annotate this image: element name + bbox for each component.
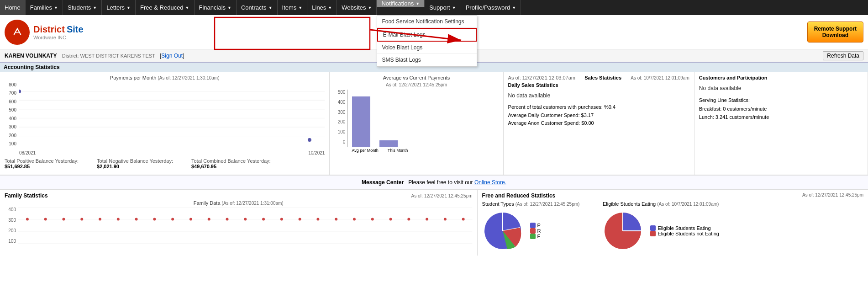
svg-point-39 (444, 218, 447, 220)
nav-support[interactable]: Support▼ (425, 0, 461, 15)
logo-area: District Site Wordware INC. (5, 20, 84, 45)
legend-eligible-not-eating-color (650, 231, 656, 236)
sign-out-link[interactable]: Sign Out (161, 53, 183, 59)
nav-financials[interactable]: Financials▼ (195, 0, 237, 15)
eligible-pie-svg (602, 210, 643, 251)
eligible-title: Eligible Students Eating (As of: 10/7/20… (602, 201, 719, 207)
online-store-link[interactable]: Online Store. (474, 179, 506, 186)
avg-bar (352, 96, 370, 147)
svg-point-27 (226, 218, 228, 220)
nav-contracts[interactable]: Contracts▼ (237, 0, 278, 15)
payments-chart-title: Payments per Month (As of: 12/27/2021 1:… (5, 75, 325, 80)
svg-point-10 (19, 90, 21, 93)
main-content: Accounting Statistics Payments per Month… (0, 62, 868, 256)
legend-eligible-eating: Eligible Students Eating (650, 225, 719, 231)
logo-district: District (33, 24, 65, 35)
payments-chart-panel: Payments per Month (As of: 12/27/2021 1:… (0, 72, 330, 175)
svg-point-37 (407, 218, 410, 220)
family-chart: 400 300 200 100 (5, 207, 473, 253)
legend-eligible-not-eating: Eligible Students not Eating (650, 231, 719, 236)
negative-balance: Total Negative Balance Yesterday: $2,021… (97, 158, 173, 169)
svg-point-23 (153, 218, 156, 220)
eligible-students-section: Eligible Students Eating (As of: 10/7/20… (602, 201, 719, 251)
payments-line-svg (19, 82, 325, 146)
lines-arrow: ▼ (328, 5, 332, 10)
svg-point-40 (462, 218, 465, 220)
legend-r-color (530, 228, 536, 234)
avg-bars (347, 90, 498, 147)
breakfast-stat: Breakfast: 0 customers/minute (699, 105, 863, 113)
legend-eligible-eating-label: Eligible Students Eating (658, 225, 710, 231)
nav-home[interactable]: Home (0, 0, 26, 15)
avg-chart-subtitle: As of: 12/27/2021 12:45:25pm (334, 82, 498, 87)
websites-arrow: ▼ (368, 5, 372, 10)
svg-point-11 (308, 138, 311, 142)
nav-notifications[interactable]: Notifications ▼ (377, 0, 425, 7)
legend-p: P (530, 223, 541, 228)
legend-p-color (530, 223, 536, 228)
student-types-pie-container: P R F (482, 210, 580, 251)
message-center-title: Message Center (362, 179, 404, 186)
student-types-section: Student Types (As of: 12/27/2021 12:45:2… (482, 201, 580, 251)
eligible-legend: Eligible Students Eating Eligible Studen… (650, 225, 719, 236)
combined-balance: Total Combined Balance Yesterday: $49,67… (191, 158, 271, 169)
free-reduced-panel: Free and Reduced Statistics As of: 12/27… (478, 190, 868, 256)
nav-websites[interactable]: Websites▼ (337, 0, 377, 15)
svg-point-36 (389, 218, 392, 220)
students-arrow: ▼ (93, 5, 97, 10)
sales-no-data: No data available (508, 92, 689, 99)
legend-f-color (530, 234, 536, 239)
eligible-pie-container: Eligible Students Eating Eligible Studen… (602, 210, 719, 251)
nav-lines[interactable]: Lines▼ (307, 0, 337, 15)
positive-balance: Total Positive Balance Yesterday: $51,69… (5, 158, 79, 169)
sales-title: Sales Statistics (584, 75, 621, 80)
svg-point-26 (208, 218, 210, 220)
payments-x-labels: 08/2021 10/2021 (19, 150, 325, 155)
sales-panel: As of: 12/27/2021 12:03:07am Sales Stati… (504, 72, 694, 175)
svg-point-32 (316, 218, 319, 220)
logo-icon (5, 20, 30, 45)
family-chart-inner (18, 207, 473, 244)
legend-eligible-not-eating-label: Eligible Students not Eating (658, 231, 719, 236)
remote-support-button[interactable]: Remote Support Download (807, 21, 863, 43)
svg-point-34 (353, 218, 356, 220)
nav-free-reduced[interactable]: Free & Reduced▼ (136, 0, 195, 15)
menu-food-service-notification-settings[interactable]: Food Service Notification Settings (377, 16, 477, 28)
avg-chart-container: 500 400 300 200 100 0 (334, 90, 498, 154)
lunch-stat: Lunch: 3.241 customers/minute (699, 113, 863, 122)
nav-students[interactable]: Students▼ (63, 0, 102, 15)
nav-items[interactable]: Items▼ (278, 0, 308, 15)
free-reduced-header: Free and Reduced Statistics As of: 12/27… (482, 192, 863, 199)
menu-email-blast-logs[interactable]: E-Mail Blast Logs (377, 28, 477, 42)
svg-point-25 (189, 218, 192, 220)
svg-point-35 (371, 218, 374, 220)
this-month-label: This Month (388, 148, 408, 153)
logo-site: Site (67, 24, 84, 35)
svg-point-33 (335, 218, 337, 220)
svg-point-18 (62, 218, 65, 220)
items-arrow: ▼ (298, 5, 302, 10)
payments-line-chart: 800 700 600 500 400 300 200 100 (5, 82, 325, 155)
legend-r-label: R (537, 228, 541, 234)
user-name: KAREN VOLINKATY (5, 53, 57, 59)
contracts-arrow: ▼ (268, 5, 273, 10)
legend-eligible-eating-color (650, 225, 656, 231)
svg-point-30 (280, 218, 283, 220)
avg-bars-area: Avg per Month This Month (347, 90, 498, 154)
family-as-of: As of: 12/27/2021 12:45:25pm (411, 193, 473, 198)
svg-point-21 (117, 218, 120, 220)
avg-per-month-label: Avg per Month (352, 148, 378, 153)
refresh-data-button[interactable]: Refresh Data (823, 51, 863, 60)
notifications-dropdown: Food Service Notification Settings E-Mai… (377, 15, 477, 67)
notifications-arrow: ▼ (416, 1, 420, 6)
stats-row: Payments per Month (As of: 12/27/2021 1:… (0, 72, 868, 175)
menu-sms-blast-logs[interactable]: SMS Blast Logs (377, 54, 477, 66)
family-chart-title: Family Data (As of: 12/27/2021 1:31:00am… (5, 200, 473, 206)
nav-families[interactable]: Families▼ (26, 0, 63, 15)
nav-letters[interactable]: Letters▼ (102, 0, 136, 15)
menu-voice-blast-logs[interactable]: Voice Blast Logs (377, 42, 477, 54)
legend-f-label: F (537, 234, 541, 239)
student-types-legend: P R F (530, 223, 541, 239)
avg-y-labels: 500 400 300 200 100 0 (334, 90, 347, 154)
nav-profile[interactable]: Profile/Password▼ (461, 0, 521, 15)
